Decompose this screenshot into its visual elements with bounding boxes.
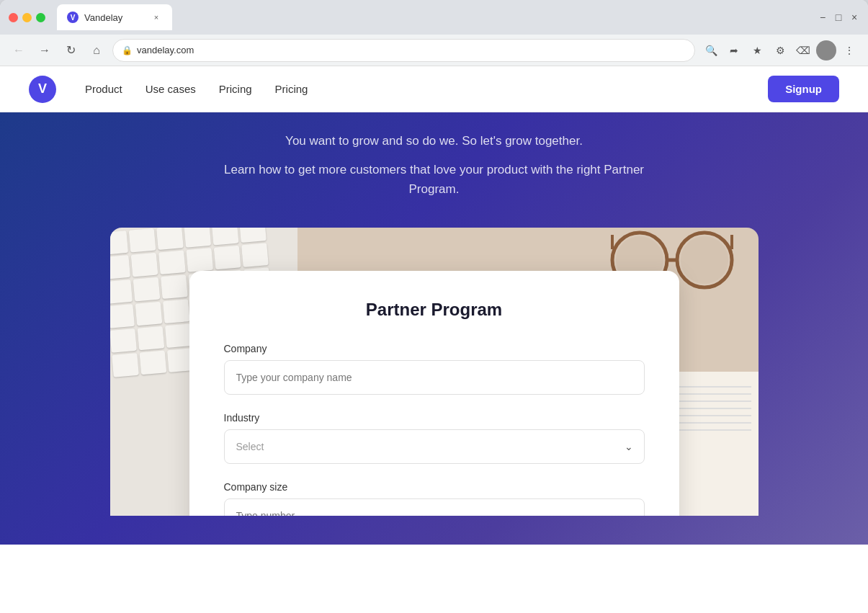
key <box>110 231 128 255</box>
key <box>156 228 184 250</box>
key <box>133 277 160 302</box>
close-window-icon[interactable]: × <box>849 12 859 22</box>
key <box>128 228 156 253</box>
signup-button[interactable]: Signup <box>768 76 839 102</box>
tab-bar: V Vandelay × <box>57 4 812 30</box>
hero-subtitle: You want to grow and so do we. So let's … <box>285 134 583 148</box>
bookmark-icon[interactable]: ★ <box>747 40 767 61</box>
key <box>110 328 137 353</box>
site-nav: V Product Use cases Pricing Pricing Sign… <box>0 66 868 112</box>
industry-field-group: Industry Select Technology Finance Healt… <box>224 412 645 464</box>
window-controls <box>9 13 45 22</box>
split-view-icon[interactable]: ⌫ <box>793 40 813 61</box>
hero-section: You want to grow and so do we. So let's … <box>0 112 868 545</box>
partner-program-form: Partner Program Company Industry Select … <box>189 271 679 516</box>
company-input[interactable] <box>224 360 645 395</box>
refresh-button[interactable]: ↻ <box>61 40 81 61</box>
window-buttons: − □ × <box>818 12 859 22</box>
zoom-icon[interactable]: 🔍 <box>701 40 721 61</box>
tab-title: Vandelay <box>84 12 145 23</box>
share-icon[interactable]: ➦ <box>724 40 744 61</box>
profile-icon[interactable] <box>816 40 836 61</box>
url-bar[interactable]: 🔒 vandelay.com <box>112 39 695 62</box>
maximize-icon[interactable]: □ <box>833 12 844 22</box>
tab-favicon: V <box>67 12 79 23</box>
key <box>162 300 189 324</box>
industry-label: Industry <box>224 412 645 424</box>
key <box>213 246 241 270</box>
key <box>239 228 267 243</box>
company-size-input[interactable] <box>224 498 645 516</box>
toolbar-icons: 🔍 ➦ ★ ⚙ ⌫ ⋮ <box>701 40 859 61</box>
card-container: Partner Program Company Industry Select … <box>110 228 759 516</box>
nav-link-pricing-1[interactable]: Pricing <box>219 83 252 95</box>
company-size-field-group: Company size <box>224 481 645 516</box>
browser-tab[interactable]: V Vandelay × <box>57 4 172 30</box>
company-field-group: Company <box>224 343 645 395</box>
key <box>139 351 166 375</box>
key <box>137 326 164 351</box>
nav-links: Product Use cases Pricing Pricing <box>85 83 768 95</box>
nav-link-product[interactable]: Product <box>85 83 122 95</box>
key <box>186 248 213 272</box>
company-label: Company <box>224 343 645 354</box>
window-close-button[interactable] <box>9 13 18 22</box>
nav-link-use-cases[interactable]: Use cases <box>146 83 196 95</box>
key <box>110 255 130 279</box>
key <box>241 243 269 268</box>
window-maximize-button[interactable] <box>36 13 45 22</box>
form-title: Partner Program <box>224 300 645 320</box>
svg-point-3 <box>681 236 728 284</box>
key <box>130 253 158 277</box>
address-bar: ← → ↻ ⌂ 🔒 vandelay.com 🔍 ➦ ★ ⚙ ⌫ ⋮ <box>0 35 868 66</box>
key <box>110 304 135 328</box>
hero-description: Learn how to get more customers that lov… <box>211 160 658 199</box>
minimize-icon[interactable]: − <box>818 12 828 22</box>
key <box>184 228 211 248</box>
key <box>110 279 133 304</box>
nav-link-pricing-2[interactable]: Pricing <box>275 83 308 95</box>
site-logo[interactable]: V <box>29 76 56 103</box>
url-text: vandelay.com <box>137 45 686 55</box>
back-button[interactable]: ← <box>9 40 29 61</box>
industry-select[interactable]: Select Technology Finance Healthcare Ret… <box>224 429 645 464</box>
website-content: V Product Use cases Pricing Pricing Sign… <box>0 66 868 613</box>
industry-select-wrapper: Select Technology Finance Healthcare Ret… <box>224 429 645 464</box>
tab-close-button[interactable]: × <box>151 12 162 23</box>
forward-button[interactable]: → <box>35 40 55 61</box>
lock-icon: 🔒 <box>122 45 133 55</box>
extensions-icon[interactable]: ⚙ <box>770 40 790 61</box>
key <box>158 251 185 275</box>
key <box>160 275 187 300</box>
company-size-label: Company size <box>224 481 645 493</box>
key <box>135 302 162 326</box>
home-button[interactable]: ⌂ <box>86 40 107 61</box>
browser-window: V Vandelay × − □ × ← → ↻ ⌂ 🔒 vandelay.co… <box>0 0 868 613</box>
menu-icon[interactable]: ⋮ <box>839 40 859 61</box>
title-bar: V Vandelay × − □ × <box>0 0 868 35</box>
window-minimize-button[interactable] <box>22 13 32 22</box>
key <box>211 228 238 245</box>
key <box>112 353 139 377</box>
key <box>164 324 192 349</box>
